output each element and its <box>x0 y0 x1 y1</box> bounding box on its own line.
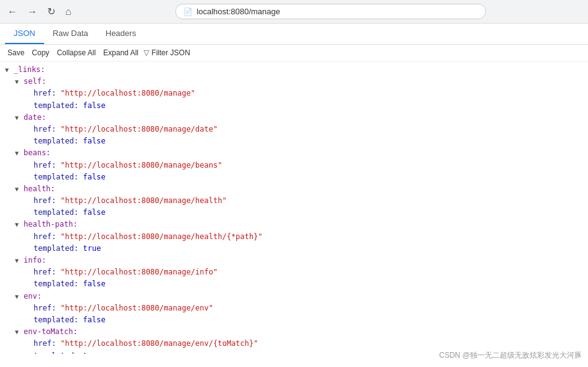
beans-templated-key: templated: <box>34 171 78 183</box>
 <box>25 89 32 99</box>
 <box>25 125 32 135</box>
page-icon: 📄 <box>183 7 193 16</box>
envtomatch-row: ▼ env-toMatch: <box>0 326 588 338</box>
 <box>25 161 32 171</box>
 <box>25 244 32 254</box>
date-href-val: "http://localhost:8080/manage/date" <box>60 124 218 135</box>
health-templated-row: templated: false <box>0 207 588 219</box>
forward-button[interactable]: → <box>25 5 40 19</box>
expand-all-button[interactable]: Expand All <box>101 47 141 58</box>
tab-raw-data[interactable]: Raw Data <box>44 24 97 44</box>
 <box>25 315 32 325</box>
info-templated-key: templated: <box>34 278 78 290</box>
save-button[interactable]: Save <box>5 47 27 58</box>
 <box>25 173 32 183</box>
health-templated-key: templated: <box>34 207 78 219</box>
 <box>25 339 32 349</box>
healthpath-toggle[interactable]: ▼ <box>15 220 22 230</box>
healthpath-href-row: href: "http://localhost:8080/manage/heal… <box>0 231 588 243</box>
links-toggle[interactable]: ▼ <box>5 65 12 75</box>
date-templated-val: false <box>83 135 105 147</box>
address-bar[interactable]: 📄 localhost:8080/manage <box>175 4 486 19</box>
healthpath-href-key: href: <box>34 231 56 243</box>
info-href-row: href: "http://localhost:8080/manage/info… <box>0 266 588 278</box>
 <box>25 304 32 314</box>
env-href-row: href: "http://localhost:8080/manage/env" <box>0 302 588 314</box>
refresh-button[interactable]: ↻ <box>45 4 58 19</box>
self-templated-key: templated: <box>34 100 78 112</box>
date-templated-row: templated: false <box>0 135 588 147</box>
env-href-val: "http://localhost:8080/manage/env" <box>60 302 213 314</box>
self-key: self: <box>24 76 46 88</box>
 <box>25 101 32 111</box>
self-href-row: href: "http://localhost:8080/manage" <box>0 88 588 99</box>
beans-key: beans: <box>24 147 50 159</box>
env-templated-val: false <box>83 314 105 326</box>
date-row: ▼ date: <box>0 112 588 124</box>
health-href-row: href: "http://localhost:8080/manage/heal… <box>0 195 588 207</box>
 <box>25 268 32 278</box>
envtomatch-toggle[interactable]: ▼ <box>15 327 22 337</box>
filter-json-button[interactable]: ▽ Filter JSON <box>144 48 190 57</box>
self-href-key: href: <box>34 88 56 99</box>
links-row: ▼ _links: <box>0 64 588 76</box>
tab-json[interactable]: JSON <box>5 24 44 44</box>
health-toggle[interactable]: ▼ <box>15 184 22 194</box>
healthpath-templated-val: true <box>83 243 101 255</box>
env-toggle[interactable]: ▼ <box>15 292 22 302</box>
beans-row: ▼ beans: <box>0 147 588 159</box>
devtools-tabs: JSON Raw Data Headers <box>0 24 588 45</box>
healthpath-key: health-path: <box>24 219 78 230</box>
health-key: health: <box>24 183 55 195</box>
json-content: ▼ _links: ▼ self: href: "http://localhos… <box>0 61 588 354</box>
url-text: localhost:8080/manage <box>196 7 280 16</box>
beans-templated-val: false <box>83 171 105 183</box>
info-templated-val: false <box>83 278 105 290</box>
info-href-key: href: <box>34 266 56 278</box>
 <box>25 351 32 355</box>
beans-templated-row: templated: false <box>0 171 588 183</box>
self-href-val: "http://localhost:8080/manage" <box>60 88 195 99</box>
beans-href-key: href: <box>34 160 56 171</box>
tab-headers[interactable]: Headers <box>97 24 145 44</box>
info-row: ▼ info: <box>0 255 588 266</box>
healthpath-templated-key: templated: <box>34 243 78 255</box>
healthpath-href-val: "http://localhost:8080/manage/health/{*p… <box>60 231 262 243</box>
 <box>25 208 32 218</box>
 <box>25 137 32 147</box>
date-key: date: <box>24 112 46 124</box>
healthpath-row: ▼ health-path: <box>0 219 588 230</box>
self-row: ▼ self: <box>0 76 588 88</box>
env-key: env: <box>24 291 42 302</box>
copy-button[interactable]: Copy <box>29 47 52 58</box>
date-templated-key: templated: <box>34 135 78 147</box>
date-toggle[interactable]: ▼ <box>15 113 22 123</box>
filter-label: Filter JSON <box>152 48 190 57</box>
health-href-key: href: <box>34 195 56 207</box>
envtomatch-key: env-toMatch: <box>24 326 78 338</box>
env-templated-key: templated: <box>34 314 78 326</box>
date-href-key: href: <box>34 124 56 135</box>
beans-toggle[interactable]: ▼ <box>15 148 22 158</box>
home-button[interactable]: ⌂ <box>63 5 74 19</box>
self-templated-row: templated: false <box>0 100 588 112</box>
health-href-val: "http://localhost:8080/manage/health" <box>60 195 226 207</box>
info-key: info: <box>24 255 46 266</box>
 <box>25 232 32 242</box>
health-templated-val: false <box>83 207 105 219</box>
health-row: ▼ health: <box>0 183 588 195</box>
envtomatch-href-key: href: <box>34 338 56 350</box>
envtomatch-templated-val: true <box>83 350 101 355</box>
 <box>25 279 32 289</box>
healthpath-templated-row: templated: true <box>0 243 588 255</box>
collapse-all-button[interactable]: Collapse All <box>54 47 98 58</box>
envtomatch-href-val: "http://localhost:8080/manage/env/{toMat… <box>60 338 258 350</box>
nav-bar: ← → ↻ ⌂ 📄 localhost:8080/manage <box>0 0 588 23</box>
envtomatch-templated-key: templated: <box>34 350 78 355</box>
browser-chrome: ← → ↻ ⌂ 📄 localhost:8080/manage <box>0 0 588 24</box>
back-button[interactable]: ← <box>5 5 20 19</box>
info-toggle[interactable]: ▼ <box>15 256 22 266</box>
self-toggle[interactable]: ▼ <box>15 77 22 87</box>
env-href-key: href: <box>34 302 56 314</box>
beans-href-row: href: "http://localhost:8080/manage/bean… <box>0 160 588 171</box>
